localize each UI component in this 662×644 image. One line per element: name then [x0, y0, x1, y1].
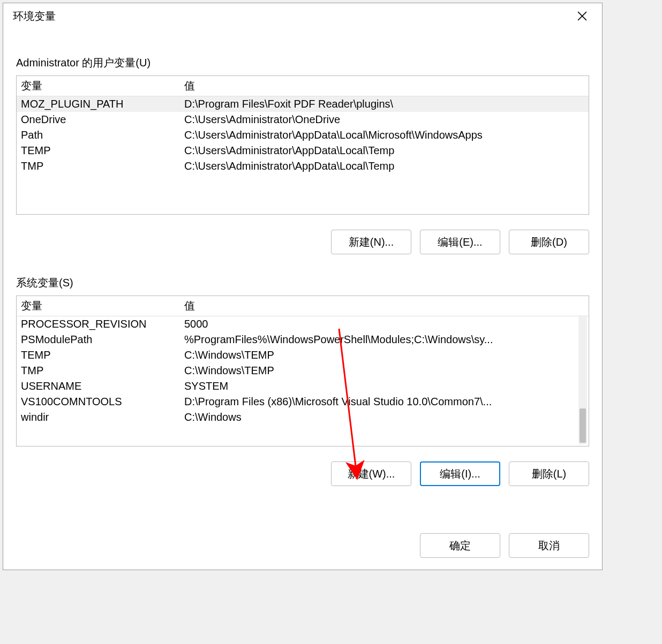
user-new-button[interactable]: 新建(N)...	[331, 230, 411, 254]
sys-new-button[interactable]: 新建(W)...	[331, 461, 411, 486]
var-value-cell: D:\Program Files\Foxit PDF Reader\plugin…	[180, 96, 589, 112]
table-row[interactable]: TEMPC:\Windows\TEMP	[17, 347, 589, 363]
env-vars-dialog: 环境变量 Administrator 的用户变量(U) 变量 值	[3, 3, 603, 570]
dialog-buttons: 确定 取消	[420, 533, 589, 558]
var-value-cell: D:\Program Files (x86)\Microsoft Visual …	[180, 394, 589, 410]
var-name-cell: TEMP	[17, 143, 180, 158]
var-value-cell: C:\Users\Administrator\AppData\Local\Mic…	[180, 127, 589, 143]
var-value-cell: C:\Windows	[180, 410, 589, 425]
user-col-var-header[interactable]: 变量	[17, 76, 180, 96]
var-value-cell: C:\Users\Administrator\OneDrive	[180, 112, 589, 127]
sys-vars-buttons: 新建(W)... 编辑(I)... 删除(L)	[16, 461, 589, 486]
var-value-cell: C:\Windows\TEMP	[180, 347, 589, 363]
table-row[interactable]: TMPC:\Windows\TEMP	[17, 363, 589, 378]
table-row[interactable]: windirC:\Windows	[17, 410, 589, 425]
sys-vars-group: 系统变量(S) 变量 值 PROCESSOR_REVISION5000PSMod…	[16, 276, 589, 486]
var-value-cell: 5000	[180, 316, 589, 332]
user-vars-list[interactable]: 变量 值 MOZ_PLUGIN_PATHD:\Program Files\Fox…	[16, 75, 589, 215]
sys-delete-button[interactable]: 删除(L)	[509, 461, 589, 486]
ok-button[interactable]: 确定	[420, 533, 500, 558]
sys-edit-button[interactable]: 编辑(I)...	[420, 461, 500, 486]
sys-col-val-header[interactable]: 值	[180, 296, 589, 316]
table-row[interactable]: MOZ_PLUGIN_PATHD:\Program Files\Foxit PD…	[17, 96, 589, 112]
table-row[interactable]: USERNAMESYSTEM	[17, 378, 589, 394]
var-value-cell: SYSTEM	[180, 378, 589, 394]
var-name-cell: TEMP	[17, 347, 180, 363]
table-row[interactable]: TEMPC:\Users\Administrator\AppData\Local…	[17, 143, 589, 158]
table-row[interactable]: VS100COMNTOOLSD:\Program Files (x86)\Mic…	[17, 394, 589, 410]
var-name-cell: PROCESSOR_REVISION	[17, 316, 180, 332]
table-row[interactable]: PROCESSOR_REVISION5000	[17, 316, 589, 332]
table-row[interactable]: OneDriveC:\Users\Administrator\OneDrive	[17, 112, 589, 127]
close-button[interactable]	[570, 7, 595, 25]
titlebar: 环境变量	[3, 3, 602, 29]
var-name-cell: Path	[17, 127, 180, 143]
sys-vars-list[interactable]: 变量 值 PROCESSOR_REVISION5000PSModulePath%…	[16, 296, 589, 446]
table-row[interactable]: TMPC:\Users\Administrator\AppData\Local\…	[17, 158, 589, 174]
user-col-val-header[interactable]: 值	[180, 76, 589, 96]
table-row[interactable]: PSModulePath%ProgramFiles%\WindowsPowerS…	[17, 332, 589, 347]
var-name-cell: VS100COMNTOOLS	[17, 394, 180, 410]
user-vars-group: Administrator 的用户变量(U) 变量 值 MOZ_PLUGIN_P…	[16, 56, 589, 254]
close-icon	[577, 11, 587, 21]
table-row[interactable]: PathC:\Users\Administrator\AppData\Local…	[17, 127, 589, 143]
sys-vars-label: 系统变量(S)	[16, 276, 589, 290]
cancel-button[interactable]: 取消	[509, 533, 589, 558]
var-name-cell: TMP	[17, 158, 180, 174]
window-title: 环境变量	[13, 9, 56, 24]
user-delete-button[interactable]: 删除(D)	[509, 230, 589, 254]
dialog-content: Administrator 的用户变量(U) 变量 值 MOZ_PLUGIN_P…	[3, 29, 602, 512]
var-name-cell: USERNAME	[17, 378, 180, 394]
sys-col-var-header[interactable]: 变量	[17, 296, 180, 316]
sys-vars-scrollbar[interactable]	[578, 315, 587, 444]
user-vars-label: Administrator 的用户变量(U)	[16, 56, 589, 70]
var-value-cell: C:\Windows\TEMP	[180, 363, 589, 378]
var-name-cell: MOZ_PLUGIN_PATH	[17, 96, 180, 112]
scrollbar-thumb[interactable]	[580, 408, 586, 443]
var-value-cell: C:\Users\Administrator\AppData\Local\Tem…	[180, 158, 589, 174]
var-name-cell: windir	[17, 410, 180, 425]
user-vars-buttons: 新建(N)... 编辑(E)... 删除(D)	[16, 230, 589, 254]
var-value-cell: %ProgramFiles%\WindowsPowerShell\Modules…	[180, 332, 589, 347]
var-value-cell: C:\Users\Administrator\AppData\Local\Tem…	[180, 143, 589, 158]
var-name-cell: OneDrive	[17, 112, 180, 127]
var-name-cell: TMP	[17, 363, 180, 378]
var-name-cell: PSModulePath	[17, 332, 180, 347]
user-edit-button[interactable]: 编辑(E)...	[420, 230, 500, 254]
